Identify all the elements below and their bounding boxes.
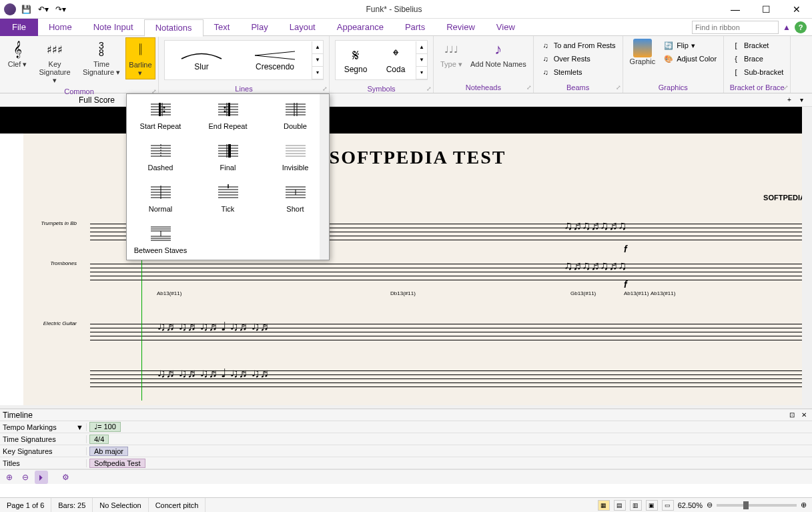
add-tab-button[interactable]: + bbox=[784, 95, 795, 105]
lines-launcher[interactable]: ⤢ bbox=[322, 85, 328, 92]
color-wheel-icon: 🎨 bbox=[663, 53, 674, 64]
sharps-icon: ♯♯♯ bbox=[44, 39, 65, 60]
symbols-down[interactable]: ▼ bbox=[416, 54, 427, 67]
barline-dashed[interactable]: Dashed bbox=[127, 136, 194, 177]
undo-button[interactable]: ↶▾ bbox=[36, 2, 51, 17]
graphic-button[interactable]: Graphic bbox=[626, 37, 660, 67]
tab-note-input[interactable]: Note Input bbox=[83, 19, 144, 36]
barline-between-staves[interactable]: Between Staves bbox=[127, 218, 194, 260]
chord-symbol: Db13(#11) bbox=[390, 290, 416, 296]
maximize-button[interactable]: ☐ bbox=[751, 0, 781, 19]
zoom-out-button[interactable]: ⊖ bbox=[707, 501, 713, 509]
slur-item[interactable]: Slur bbox=[165, 41, 238, 79]
beams-launcher[interactable]: ⤢ bbox=[616, 84, 621, 91]
noteheads-launcher[interactable]: ⤢ bbox=[526, 84, 532, 91]
save-button[interactable]: 💾 bbox=[19, 2, 33, 17]
view-mode-2[interactable]: ▤ bbox=[614, 500, 626, 511]
dropdown-scrollbar[interactable] bbox=[320, 94, 329, 260]
symbols-launcher[interactable]: ⤢ bbox=[426, 85, 432, 92]
status-page[interactable]: Page 1 of 6 bbox=[0, 498, 51, 512]
barline-invisible[interactable]: Invisible bbox=[262, 136, 329, 177]
flip-button[interactable]: 🔄Flip ▾ bbox=[661, 39, 719, 52]
clef-button[interactable]: 𝄞 Clef ▾ bbox=[3, 37, 32, 70]
barline-button[interactable]: 𝄁 Barline ▾ bbox=[125, 37, 155, 79]
stemlets-button[interactable]: ♫Stemlets bbox=[538, 65, 619, 79]
close-button[interactable]: ✕ bbox=[781, 0, 812, 19]
tab-menu-button[interactable]: ▾ bbox=[796, 95, 807, 105]
time-signature-button[interactable]: 38 Time Signature ▾ bbox=[77, 37, 125, 78]
tempo-value[interactable]: ♩= 100 bbox=[89, 422, 121, 432]
titles-value[interactable]: Softpedia Test bbox=[89, 459, 145, 468]
tab-home[interactable]: Home bbox=[38, 19, 83, 36]
score-area[interactable]: SOFTPEDIA TEST SOFTPEDIA Trumpets in Bb … bbox=[0, 107, 812, 405]
tab-parts[interactable]: Parts bbox=[394, 19, 436, 36]
add-note-names-button[interactable]: ♪ Add Note Names bbox=[466, 37, 530, 69]
zoom-slider[interactable] bbox=[717, 504, 797, 507]
minimize-button[interactable]: — bbox=[720, 0, 751, 19]
vertical-scrollbar[interactable] bbox=[802, 107, 812, 405]
tab-play[interactable]: Play bbox=[240, 19, 278, 36]
barline-tick[interactable]: Tick bbox=[194, 177, 262, 218]
timeline-go-button[interactable]: ⏵ bbox=[35, 471, 48, 484]
bracket-launcher[interactable]: ⤢ bbox=[783, 84, 789, 91]
view-mode-3[interactable]: ▥ bbox=[630, 500, 642, 511]
view-mode-4[interactable]: ▣ bbox=[646, 500, 658, 511]
barline-short[interactable]: Short bbox=[262, 177, 329, 218]
timeline-settings[interactable]: ⚙ bbox=[59, 471, 72, 484]
window-title: Funk* - Sibelius bbox=[68, 5, 720, 14]
barline-final[interactable]: Final bbox=[194, 136, 262, 177]
group-label-noteheads: Noteheads bbox=[466, 83, 501, 91]
symbols-gallery[interactable]: 𝄋 Segno 𝄌 Coda ▲ ▼ ▾ bbox=[335, 40, 428, 80]
view-mode-1[interactable]: ▦ bbox=[598, 500, 610, 511]
ribbon-collapse-icon[interactable]: ▲ bbox=[783, 23, 791, 32]
tab-review[interactable]: Review bbox=[436, 19, 486, 36]
group-label-bracket: Bracket or Brace bbox=[730, 83, 785, 91]
crescendo-item[interactable]: Crescendo bbox=[238, 41, 312, 79]
status-pitch[interactable]: Concert pitch bbox=[149, 498, 206, 512]
symbols-up[interactable]: ▲ bbox=[416, 41, 427, 54]
segno-icon: 𝄋 bbox=[352, 46, 359, 65]
gallery-expand[interactable]: ▾ bbox=[312, 67, 323, 79]
timeline-panel: Timeline ⊡ ✕ Tempo Markings▼ ♩= 100 Time… bbox=[0, 409, 812, 484]
key-sig-value[interactable]: Ab major bbox=[89, 447, 128, 456]
tab-view[interactable]: View bbox=[486, 19, 526, 36]
bracket-button[interactable]: [Bracket bbox=[728, 39, 786, 52]
barline-end-repeat[interactable]: End Repeat bbox=[194, 94, 262, 136]
over-rests-button[interactable]: ♫Over Rests bbox=[538, 52, 619, 65]
adjust-color-button[interactable]: 🎨Adjust Color bbox=[661, 52, 719, 65]
time-sig-value[interactable]: 4/4 bbox=[89, 435, 109, 444]
expand-icon[interactable]: ▼ bbox=[76, 423, 83, 431]
gallery-up[interactable]: ▲ bbox=[312, 41, 323, 54]
brace-button[interactable]: {Brace bbox=[728, 52, 786, 65]
barline-normal[interactable]: Normal bbox=[127, 177, 194, 218]
find-ribbon-input[interactable] bbox=[692, 21, 779, 34]
segno-item[interactable]: 𝄋 Segno bbox=[336, 41, 376, 79]
barline-start-repeat[interactable]: Start Repeat bbox=[127, 94, 194, 136]
zoom-level[interactable]: 62.50% bbox=[678, 501, 703, 509]
gallery-down[interactable]: ▼ bbox=[312, 54, 323, 67]
to-from-rests-button[interactable]: ♫To and From Rests bbox=[538, 39, 619, 52]
tab-notations[interactable]: Notations bbox=[144, 19, 204, 37]
notehead-type-button[interactable]: ♩♩♩ Type ▾ bbox=[436, 37, 466, 70]
barline-double[interactable]: Double bbox=[262, 94, 329, 136]
tab-layout[interactable]: Layout bbox=[279, 19, 326, 36]
timeline-close[interactable]: ✕ bbox=[799, 410, 809, 421]
zoom-in-button[interactable]: ⊕ bbox=[801, 501, 807, 509]
timeline-undock[interactable]: ⊡ bbox=[787, 410, 797, 421]
timeline-zoom-out[interactable]: ⊖ bbox=[19, 471, 32, 484]
tab-appearance[interactable]: Appearance bbox=[326, 19, 394, 36]
file-tab[interactable]: File bbox=[0, 19, 38, 36]
sub-bracket-button[interactable]: [Sub-bracket bbox=[728, 65, 786, 79]
key-signature-button[interactable]: ♯♯♯ Key Signature ▾ bbox=[32, 37, 77, 86]
staff-trombones[interactable] bbox=[90, 260, 812, 280]
redo-button[interactable]: ↷▾ bbox=[53, 2, 68, 17]
symbols-expand[interactable]: ▾ bbox=[416, 67, 427, 79]
lines-gallery[interactable]: Slur Crescendo ▲ ▼ ▾ bbox=[164, 40, 324, 80]
instrument-trumpets: Trumpets in Bb bbox=[23, 220, 77, 226]
coda-item[interactable]: 𝄌 Coda bbox=[376, 41, 416, 79]
timeline-zoom-in[interactable]: ⊕ bbox=[3, 471, 16, 484]
view-mode-5[interactable]: ▭ bbox=[662, 500, 674, 511]
help-button[interactable]: ? bbox=[795, 21, 807, 33]
group-label-symbols: Symbols bbox=[367, 85, 395, 93]
tab-text[interactable]: Text bbox=[204, 19, 241, 36]
